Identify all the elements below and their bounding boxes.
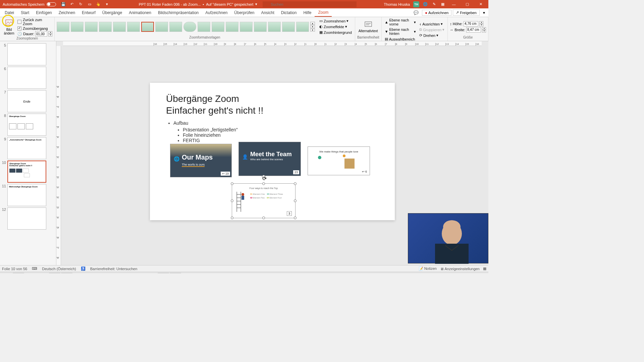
resize-handle[interactable] [231, 182, 233, 185]
hoehe-spinner[interactable]: ▴▾ [479, 21, 483, 26]
app-icon[interactable]: 📄 [206, 273, 217, 274]
style-item[interactable] [155, 22, 168, 32]
auswahlbereich-button[interactable]: ▤Auswahlbereich [384, 37, 417, 42]
resize-handle[interactable] [294, 199, 297, 202]
lang-icon[interactable]: ⌨ [32, 266, 37, 271]
chrome-icon[interactable]: 🌐 [37, 273, 48, 274]
more-icon[interactable]: ▾ [104, 2, 110, 7]
style-item[interactable] [57, 22, 69, 32]
aufzeichnen-button[interactable]: ●Aufzeichnen [422, 10, 451, 16]
tab-ueberpruefen[interactable]: Überprüfen [231, 8, 258, 17]
freigeben-button[interactable]: ↗Freigeben [453, 9, 480, 16]
ebene-vorne-button[interactable]: ▲Ebene nach vorne ▾ [384, 18, 417, 26]
slide-thumb[interactable] [7, 43, 46, 65]
globe-icon[interactable]: 🌐 [423, 2, 428, 7]
tab-zoom[interactable]: Zoom [315, 8, 332, 17]
edge-icon[interactable]: 🌊 [230, 273, 241, 274]
dauer-spinner[interactable]: ▴▾ [48, 31, 52, 37]
resize-handle[interactable] [262, 182, 265, 185]
style-item[interactable] [127, 22, 140, 32]
access-icon[interactable]: ♿ [81, 266, 86, 271]
telegram-icon[interactable]: ✈ [133, 273, 145, 274]
style-item[interactable] [296, 22, 309, 32]
style-item[interactable] [169, 22, 182, 32]
breite-input[interactable] [466, 27, 481, 33]
excel-icon[interactable]: X [218, 273, 229, 274]
hoehe-input[interactable] [464, 21, 478, 26]
resize-handle[interactable] [262, 217, 265, 219]
present-icon[interactable]: ▭ [87, 2, 92, 7]
tab-dictation[interactable]: Dictation [278, 8, 300, 17]
resize-handle[interactable] [231, 199, 233, 202]
user-avatar[interactable]: TH [413, 1, 419, 7]
style-item[interactable] [85, 22, 98, 32]
style-item[interactable] [254, 22, 267, 32]
chevron-down-icon[interactable]: ▾ [255, 2, 257, 6]
tab-uebergaenge[interactable]: Übergänge [99, 8, 125, 17]
ebene-hinten-button[interactable]: ▼Ebene nach hinten ▾ [384, 27, 417, 36]
style-item[interactable] [183, 22, 196, 32]
app-icon[interactable]: 📋 [146, 273, 157, 274]
resize-handle[interactable] [294, 217, 297, 219]
vlc-icon[interactable]: 🔺 [85, 273, 97, 274]
rotate-handle[interactable]: ⟳ [262, 175, 265, 178]
bild-aendern-button[interactable]: Bild ändern [2, 18, 16, 36]
tab-zeichnen[interactable]: Zeichnen [55, 8, 78, 17]
resize-handle[interactable] [294, 182, 297, 185]
style-item[interactable] [268, 22, 281, 32]
style-item[interactable] [113, 22, 126, 32]
toggle-switch[interactable] [47, 2, 56, 6]
zoomuebergang-check[interactable]: Zoomübergang [17, 26, 52, 31]
zoom-tile-team[interactable]: 👤 Meet the Team Who are behind the scene… [238, 142, 301, 176]
slide-thumb[interactable]: Mehrstufige Übergänge Zoom [7, 184, 46, 206]
style-item[interactable] [99, 22, 112, 32]
zoom-tile-things[interactable]: We make things that people love ↩6 [308, 146, 370, 175]
style-item-selected[interactable] [141, 22, 154, 32]
gruppieren-button[interactable]: ⧉Gruppieren ▾ [418, 27, 445, 32]
tab-aufzeichnen[interactable]: Aufzeichnen [202, 8, 231, 17]
autosave-toggle[interactable]: Automatisches Speichern [0, 2, 59, 6]
pen-icon[interactable]: ✎ [431, 2, 437, 7]
start-button[interactable]: ⊞ [1, 273, 12, 274]
style-item[interactable] [226, 22, 238, 32]
gallery-more[interactable]: ▴▾▾ [310, 22, 315, 32]
maximize-button[interactable]: ▢ [462, 0, 472, 8]
zoomrahmen-button[interactable]: ▭Zoomrahmen ▾ [318, 18, 353, 23]
word-icon[interactable]: W [194, 273, 205, 274]
touch-icon[interactable]: 👆 [96, 2, 101, 7]
obs-icon[interactable]: ⬤ [158, 273, 169, 274]
todoist-icon[interactable]: ✔ [109, 273, 121, 274]
redo-icon[interactable]: ↻ [78, 2, 84, 7]
app-icon[interactable]: ▭ [97, 273, 109, 274]
search-input[interactable] [263, 1, 357, 7]
style-item[interactable] [71, 22, 84, 32]
thumbnail-pane[interactable]: 5 6 7Ende 8Übergänge Zoom 9„Automatische… [0, 41, 56, 265]
undo-icon[interactable]: ↶ [69, 2, 75, 7]
slide-thumb[interactable]: Übergänge Zoom [7, 114, 46, 136]
style-item[interactable] [212, 22, 224, 32]
app-icon[interactable]: ⬣ [182, 273, 193, 274]
app-icon[interactable]: ☁ [73, 273, 85, 274]
view-normal-icon[interactable]: ▦ [483, 266, 486, 271]
firefox-icon[interactable]: 🦊 [25, 273, 36, 274]
ausrichten-button[interactable]: ⫞Ausrichten ▾ [418, 21, 445, 26]
explorer-icon[interactable]: 📁 [13, 273, 24, 274]
zoom-tile-selected[interactable]: ⟳ Four ways to reach the Top [232, 183, 296, 218]
slide-thumb-selected[interactable]: Übergänge Zoom Einfacher geht's nicht !! [7, 161, 46, 183]
zurueck-zoom-check[interactable]: Zurück zum Zoom [17, 18, 52, 26]
slide-thumb[interactable] [7, 207, 46, 230]
dauer-input[interactable] [35, 31, 47, 37]
layout-icon[interactable]: ▦ [440, 2, 445, 7]
resize-handle[interactable] [231, 217, 233, 219]
powerpoint-icon[interactable]: P [61, 273, 72, 274]
style-item[interactable] [198, 22, 210, 32]
tab-bildschirm[interactable]: Bildschirmpräsentation [155, 8, 202, 17]
language-label[interactable]: Deutsch (Österreich) [42, 267, 76, 271]
comments-icon[interactable]: 💬 [412, 10, 421, 16]
tab-start[interactable]: Start [17, 8, 33, 17]
style-item[interactable] [282, 22, 295, 32]
tab-datei[interactable]: Datei [1, 8, 17, 17]
display-settings-button[interactable]: 🖥 Anzeigeeinstellungen [440, 267, 480, 271]
zoomeffekte-button[interactable]: ◐Zoomeffekte ▾ [318, 24, 353, 29]
zoomhintergrund-button[interactable]: ▦Zoomhintergrund [318, 30, 353, 35]
